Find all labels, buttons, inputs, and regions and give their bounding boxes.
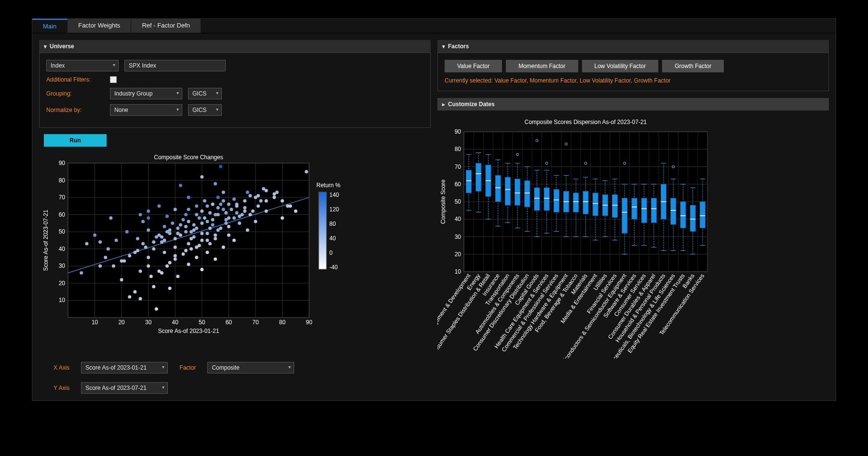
tab-strip: Main Factor Weights Ref - Factor Defn [32,19,836,33]
svg-point-60 [211,203,215,206]
svg-rect-248 [476,163,481,191]
svg-rect-307 [554,190,559,212]
y-axis-select[interactable]: Score As-of 2023-07-21 [81,382,168,394]
normalize-select[interactable]: None [110,104,182,116]
svg-point-130 [133,290,136,293]
svg-text:Composite Score: Composite Score [440,180,447,224]
factor-lowvol-button[interactable]: Low Volatility Factor [582,60,659,72]
axis-controls-2: Y Axis Score As-of 2023-07-21 [54,382,431,394]
svg-point-182 [272,196,276,199]
svg-point-97 [174,237,177,240]
y-axis-label: Y Axis [54,385,69,391]
svg-rect-409 [690,205,695,231]
svg-point-91 [205,232,209,235]
x-axis-select[interactable]: Score As-of 2023-01-21 [81,362,168,373]
run-button[interactable]: Run [44,134,107,147]
svg-point-206 [157,270,161,273]
svg-text:70: 70 [59,194,66,201]
svg-point-111 [163,250,166,254]
svg-text:20: 20 [118,319,125,326]
index-value-input[interactable]: SPX Index [124,60,226,71]
svg-point-83 [227,225,231,228]
svg-rect-351 [612,195,618,218]
svg-point-171 [184,225,188,228]
svg-point-126 [80,271,83,275]
svg-point-119 [168,261,172,264]
svg-rect-394 [671,198,676,224]
svg-text:60: 60 [59,211,66,218]
svg-point-45 [214,182,217,185]
svg-point-112 [205,250,209,254]
factor-value-button[interactable]: Value Factor [445,60,502,72]
svg-point-151 [163,239,166,242]
svg-point-86 [246,228,249,232]
svg-point-106 [174,246,177,249]
grouping-select[interactable]: Industry Group [110,88,182,99]
svg-point-197 [227,216,231,220]
svg-point-63 [222,208,225,211]
svg-rect-209 [319,192,326,269]
svg-rect-276 [515,179,520,205]
index-select[interactable]: Index [46,60,119,71]
customize-dates-header[interactable]: Customize Dates [437,98,829,111]
additional-filters-label: Additional Filters: [46,76,104,83]
svg-point-172 [176,232,179,235]
svg-point-133 [139,297,142,300]
svg-point-153 [190,237,193,240]
svg-point-146 [181,218,185,221]
svg-text:Score As-of 2023-07-21: Score As-of 2023-07-21 [42,209,49,271]
svg-point-204 [174,258,177,261]
svg-point-131 [168,287,172,290]
svg-point-173 [168,228,172,232]
svg-text:30: 30 [455,234,461,240]
svg-rect-299 [544,188,549,210]
svg-point-163 [265,199,268,203]
grouping-system-select[interactable]: GICS [188,88,222,99]
svg-point-51 [217,196,220,199]
svg-text:70: 70 [252,319,259,326]
svg-point-128 [120,278,123,281]
factor-momentum-button[interactable]: Momentum Factor [506,60,578,72]
additional-filters-checkbox[interactable] [110,76,117,83]
svg-point-191 [112,264,115,268]
svg-text:70: 70 [455,164,461,170]
svg-text:60: 60 [455,181,461,188]
svg-point-199 [214,234,217,237]
svg-point-104 [141,242,145,246]
svg-text:60: 60 [226,319,232,326]
svg-text:10: 10 [59,297,66,304]
svg-point-203 [181,252,185,256]
svg-point-154 [200,232,203,235]
svg-point-166 [224,211,228,215]
svg-point-109 [152,247,155,250]
tab-factor-weights[interactable]: Factor Weights [68,19,131,33]
tab-factor-defn[interactable]: Ref - Factor Defn [131,19,201,33]
svg-point-188 [107,247,110,250]
normalize-system-select[interactable]: GICS [188,104,222,116]
svg-text:140: 140 [329,192,339,198]
svg-point-55 [187,196,190,199]
svg-text:10: 10 [92,319,98,326]
svg-point-79 [238,221,241,225]
tab-main[interactable]: Main [32,19,68,33]
svg-point-176 [144,246,148,249]
factor-growth-button[interactable]: Growth Factor [662,60,724,72]
svg-rect-262 [495,176,501,202]
svg-point-116 [147,256,150,259]
factors-panel: Value Factor Momentum Factor Low Volatil… [437,53,829,91]
svg-point-135 [232,216,236,220]
svg-point-90 [184,230,188,234]
svg-point-162 [257,204,260,207]
svg-point-205 [165,264,169,268]
chevron-right-icon [442,101,445,108]
svg-point-181 [265,189,268,192]
factors-header[interactable]: Factors [437,40,829,53]
universe-header[interactable]: Universe [39,40,431,53]
svg-point-164 [251,209,255,213]
svg-point-77 [187,220,190,223]
factor-select[interactable]: Composite [207,362,294,373]
svg-text:20: 20 [59,280,66,287]
svg-point-207 [149,275,153,278]
svg-point-134 [155,307,158,311]
svg-point-96 [214,237,217,240]
